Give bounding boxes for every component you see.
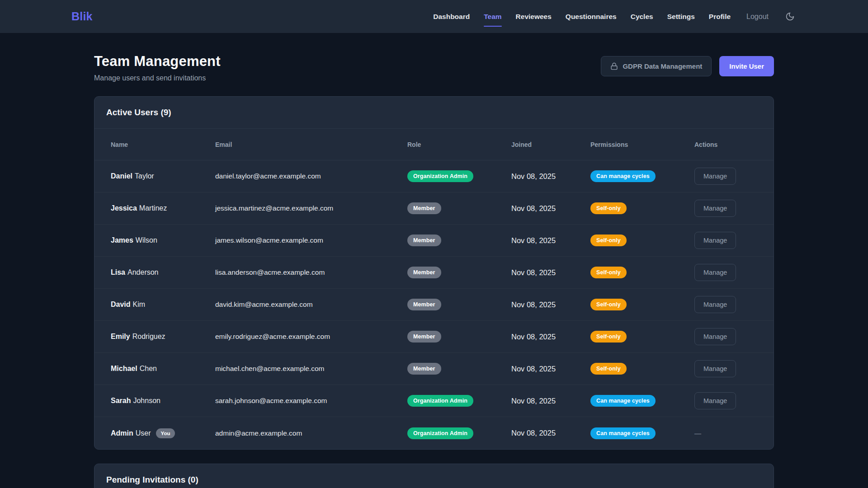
user-permissions-cell: Can manage cycles xyxy=(590,427,694,439)
user-email-cell: jessica.martinez@acme.example.com xyxy=(215,204,407,212)
user-joined-cell: Nov 08, 2025 xyxy=(511,397,590,405)
nav-item-settings[interactable]: Settings xyxy=(667,13,695,21)
pending-invitations-title: Pending Invitations (0) xyxy=(106,475,762,485)
table-row: DanielTaylor daniel.taylor@acme.example.… xyxy=(94,160,774,192)
page-title: Team Management xyxy=(94,53,221,70)
nav-item-team[interactable]: Team xyxy=(484,13,501,21)
user-actions-cell: Manage xyxy=(694,200,757,217)
manage-button[interactable]: Manage xyxy=(694,328,736,345)
manage-button[interactable]: Manage xyxy=(694,200,736,217)
user-joined-cell: Nov 08, 2025 xyxy=(511,236,590,245)
page-header: Team Management Manage users and send in… xyxy=(94,53,774,82)
user-email-cell: admin@acme.example.com xyxy=(215,429,407,437)
user-name-cell: AdminUserYou xyxy=(111,428,215,438)
user-joined-cell: Nov 08, 2025 xyxy=(511,333,590,341)
active-users-table: NameEmailRoleJoinedPermissionsActions Da… xyxy=(94,129,774,449)
you-badge: You xyxy=(156,428,175,438)
user-permissions-cell: Can manage cycles xyxy=(590,170,694,182)
nav-item-questionnaires[interactable]: Questionnaires xyxy=(566,13,617,21)
active-users-card: Active Users (9) NameEmailRoleJoinedPerm… xyxy=(94,96,774,450)
permission-badge: Self-only xyxy=(590,363,627,375)
nav-item-dashboard[interactable]: Dashboard xyxy=(433,13,470,21)
user-role-cell: Member xyxy=(407,202,511,214)
invite-user-button[interactable]: Invite User xyxy=(719,56,774,76)
user-role-cell: Organization Admin xyxy=(407,170,511,182)
active-users-card-header: Active Users (9) xyxy=(94,97,774,129)
table-row: LisaAnderson lisa.anderson@acme.example.… xyxy=(94,257,774,289)
gdpr-button-label: GDPR Data Management xyxy=(623,62,702,70)
top-navbar: Blik DashboardTeamRevieweesQuestionnaire… xyxy=(0,0,868,33)
permission-badge: Self-only xyxy=(590,331,627,343)
permission-badge: Self-only xyxy=(590,202,627,214)
table-row: SarahJohnson sarah.johnson@acme.example.… xyxy=(94,385,774,417)
user-name-cell: EmilyRodriguez xyxy=(111,333,215,341)
user-permissions-cell: Self-only xyxy=(590,299,694,310)
user-joined-cell: Nov 08, 2025 xyxy=(511,172,590,181)
role-badge: Organization Admin xyxy=(407,395,473,407)
user-joined-cell: Nov 08, 2025 xyxy=(511,268,590,277)
manage-button[interactable]: Manage xyxy=(694,264,736,281)
user-joined-cell: Nov 08, 2025 xyxy=(511,365,590,373)
user-email-cell: emily.rodriguez@acme.example.com xyxy=(215,333,407,341)
user-name-cell: LisaAnderson xyxy=(111,268,215,277)
user-permissions-cell: Self-only xyxy=(590,331,694,343)
user-permissions-cell: Self-only xyxy=(590,267,694,278)
role-badge: Member xyxy=(407,299,441,310)
table-row: EmilyRodriguez emily.rodriguez@acme.exam… xyxy=(94,321,774,353)
manage-button[interactable]: Manage xyxy=(694,392,736,409)
table-row: DavidKim david.kim@acme.example.com Memb… xyxy=(94,289,774,321)
user-email-cell: david.kim@acme.example.com xyxy=(215,300,407,309)
column-header-permissions: Permissions xyxy=(590,141,694,148)
user-name-cell: JamesWilson xyxy=(111,236,215,244)
lock-icon xyxy=(610,62,618,70)
no-action-dash: — xyxy=(694,429,701,437)
manage-button[interactable]: Manage xyxy=(694,232,736,249)
user-permissions-cell: Self-only xyxy=(590,235,694,246)
role-badge: Member xyxy=(407,331,441,343)
user-role-cell: Organization Admin xyxy=(407,427,511,439)
column-header-actions: Actions xyxy=(694,141,757,148)
user-name-cell: DanielTaylor xyxy=(111,172,215,180)
user-actions-cell: Manage xyxy=(694,168,757,185)
pending-invitations-card: Pending Invitations (0) xyxy=(94,464,774,488)
user-email-cell: michael.chen@acme.example.com xyxy=(215,365,407,373)
user-actions-cell: Manage xyxy=(694,296,757,313)
moon-icon xyxy=(785,12,795,21)
user-email-cell: lisa.anderson@acme.example.com xyxy=(215,268,407,277)
role-badge: Member xyxy=(407,235,441,246)
user-actions-cell: Manage xyxy=(694,328,757,345)
manage-button[interactable]: Manage xyxy=(694,360,736,377)
nav-links: DashboardTeamRevieweesQuestionnairesCycl… xyxy=(433,12,795,21)
user-permissions-cell: Self-only xyxy=(590,363,694,375)
nav-item-reviewees[interactable]: Reviewees xyxy=(516,13,552,21)
user-role-cell: Member xyxy=(407,363,511,375)
logout-button[interactable]: Logout xyxy=(746,13,769,21)
table-row: MichaelChen michael.chen@acme.example.co… xyxy=(94,353,774,385)
manage-button[interactable]: Manage xyxy=(694,296,736,313)
column-header-email: Email xyxy=(215,141,407,148)
page-content: Team Management Manage users and send in… xyxy=(0,33,868,488)
table-row: JamesWilson james.wilson@acme.example.co… xyxy=(94,225,774,257)
nav-item-cycles[interactable]: Cycles xyxy=(631,13,653,21)
column-header-role: Role xyxy=(407,141,511,148)
user-actions-cell: Manage xyxy=(694,264,757,281)
pending-invitations-card-header: Pending Invitations (0) xyxy=(94,464,774,488)
user-role-cell: Member xyxy=(407,331,511,343)
role-badge: Organization Admin xyxy=(407,170,473,182)
gdpr-data-management-button[interactable]: GDPR Data Management xyxy=(601,56,712,76)
theme-toggle-button[interactable] xyxy=(785,12,795,21)
brand-logo[interactable]: Blik xyxy=(71,10,93,23)
user-role-cell: Member xyxy=(407,267,511,278)
permission-badge: Can manage cycles xyxy=(590,170,656,182)
active-users-title: Active Users (9) xyxy=(106,108,762,117)
user-joined-cell: Nov 08, 2025 xyxy=(511,300,590,309)
column-header-name: Name xyxy=(111,141,215,148)
permission-badge: Self-only xyxy=(590,267,627,278)
manage-button[interactable]: Manage xyxy=(694,168,736,185)
table-row: AdminUserYou admin@acme.example.com Orga… xyxy=(94,417,774,449)
user-role-cell: Organization Admin xyxy=(407,395,511,407)
nav-item-profile[interactable]: Profile xyxy=(709,13,731,21)
user-name-cell: MichaelChen xyxy=(111,365,215,373)
role-badge: Organization Admin xyxy=(407,427,473,439)
header-actions: GDPR Data Management Invite User xyxy=(601,56,774,76)
